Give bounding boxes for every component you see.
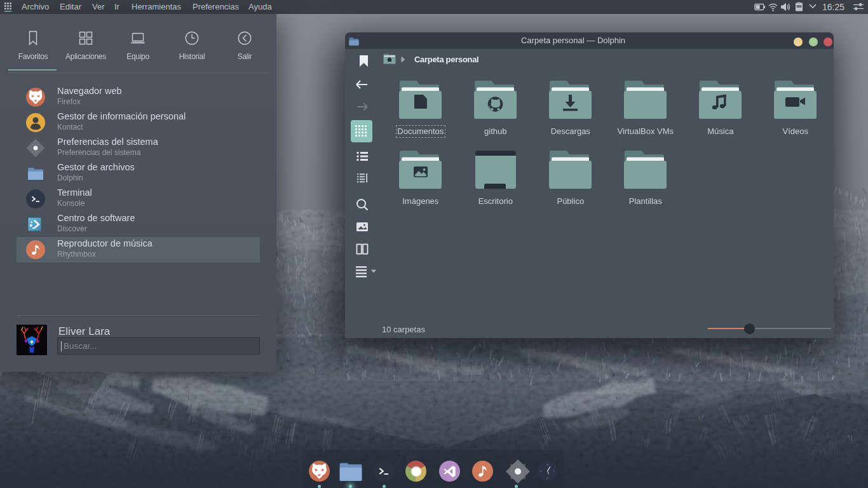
svg-text:9: 9 — [540, 470, 541, 473]
svg-text:6: 6 — [547, 477, 548, 480]
svg-text:12: 12 — [546, 463, 548, 466]
svg-text:3: 3 — [553, 470, 554, 473]
